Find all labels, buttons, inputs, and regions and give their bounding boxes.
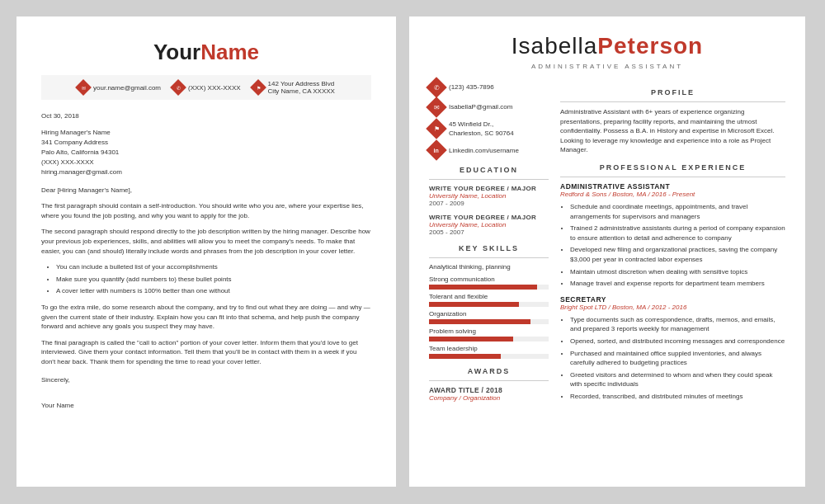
- job-bullet-2-1: Opened, sorted, and distributed incoming…: [570, 337, 785, 346]
- skill-label-1: Tolerant and flexible: [429, 293, 549, 300]
- job-bullet-2-0: Type documents such as correspondence, d…: [570, 315, 785, 334]
- skill-bar-strong-comm: Strong communication: [429, 276, 549, 290]
- email-diamond-icon: ✉: [426, 97, 446, 117]
- skill-bar-team: Team leadership: [429, 345, 549, 359]
- skill-bar-4: [429, 354, 549, 359]
- job-title-1: ADMINISTRATIVE ASSISTANT: [560, 182, 785, 191]
- cover-address: Hiring Manager's Name 341 Company Addres…: [41, 128, 371, 177]
- job-entry-1: ADMINISTRATIVE ASSISTANT Redford & Sons …: [560, 182, 785, 289]
- cover-contact-email: ✉ your.name@gmail.com: [78, 82, 161, 93]
- resume-right-col: PROFILE Administrative Assistant with 6+…: [560, 80, 785, 407]
- location-icon: ⚑: [250, 79, 266, 96]
- cover-letter-title: YourName: [41, 40, 371, 65]
- resume-main: ✆ (123) 435-7896 ✉ IsabellaP@gmail.com ⚑…: [429, 80, 785, 407]
- phone-icon: ✆: [170, 79, 186, 96]
- cover-body: Oct 30, 2018 Hiring Manager's Name 341 C…: [41, 111, 371, 410]
- skill-bar-3: [429, 337, 549, 341]
- skill-fill-1: [429, 302, 519, 307]
- skill-label-3: Problem solving: [429, 327, 549, 335]
- resume-contact-email: ✉ IsabellaP@gmail.com: [429, 100, 549, 115]
- job-bullet-2-4: Recorded, transcribed, and distributed m…: [570, 392, 785, 402]
- education-section-title: EDUCATION: [429, 166, 549, 174]
- cover-contact-address: ⚑ 142 Your Address BlvdCity Name, CA XXX…: [252, 80, 335, 95]
- cover-salutation: Dear [Hiring Manager's Name],: [41, 186, 371, 195]
- edu-school-1: University Name, Location: [429, 192, 549, 200]
- cover-para-2: The second paragraph should respond dire…: [41, 227, 371, 256]
- cover-para-4: The final paragraph is called the "call …: [41, 338, 371, 367]
- edu-degree-1: WRITE YOUR DEGREE / MAJOR: [429, 185, 549, 192]
- award-org-1: Company / Organization: [429, 394, 549, 402]
- skill-fill-0: [429, 285, 537, 290]
- cover-closing: Sincerely, Your Name: [41, 375, 371, 411]
- job-company-1: Redford & Sons / Boston, MA / 2016 - Pre…: [560, 191, 785, 198]
- envelope-icon: ✉: [75, 79, 92, 96]
- resume-job-title: ADMINISTRATIVE ASSISTANT: [429, 63, 785, 70]
- job-bullets-2: Type documents such as correspondence, d…: [570, 315, 785, 402]
- skill-fill-4: [429, 354, 501, 359]
- job-bullet-1-2: Developed new filing and organizational …: [570, 245, 785, 264]
- resume-left-col: ✆ (123) 435-7896 ✉ IsabellaP@gmail.com ⚑…: [429, 80, 549, 407]
- skill-bar-0: [429, 285, 549, 290]
- cover-bullets: You can include a bulleted list of your …: [56, 262, 371, 296]
- cover-last-name: Name: [200, 40, 259, 64]
- skills-text: Analytical thinking, planning: [429, 263, 549, 271]
- resume-contact-info: ✆ (123) 435-7896 ✉ IsabellaP@gmail.com ⚑…: [429, 80, 549, 158]
- cover-signature: Your Name: [41, 401, 371, 411]
- cover-contact-bar: ✉ your.name@gmail.com ✆ (XXX) XXX-XXXX ⚑…: [41, 75, 371, 100]
- experience-divider: [560, 177, 785, 177]
- resume-contact-address: ⚑ 45 Winfield Dr.,Charleston, SC 90764: [429, 120, 549, 138]
- skill-fill-2: [429, 319, 530, 324]
- cover-first-name: Your: [153, 40, 200, 64]
- cover-para-1: The first paragraph should contain a sel…: [41, 201, 371, 220]
- cover-para-3: To go the extra mile, do some research a…: [41, 303, 371, 332]
- profile-text: Administrative Assistant with 6+ years o…: [560, 107, 785, 155]
- job-bullets-1: Schedule and coordinate meetings, appoin…: [570, 202, 785, 289]
- skill-label-2: Organization: [429, 310, 549, 318]
- education-divider: [429, 179, 549, 180]
- edu-school-2: University Name, Location: [429, 221, 549, 228]
- job-bullet-2-3: Greeted visitors and determined to whom …: [570, 370, 785, 389]
- phone-diamond-icon: ✆: [426, 77, 446, 97]
- edu-year-2: 2005 - 2007: [429, 228, 549, 236]
- job-bullet-1-3: Maintain utmost discretion when dealing …: [570, 267, 785, 277]
- cover-contact-phone: ✆ (XXX) XXX-XXXX: [172, 82, 241, 93]
- edu-entry-1: WRITE YOUR DEGREE / MAJOR University Nam…: [429, 185, 549, 207]
- job-entry-2: SECRETARY Bright Spot LTD / Boston, MA /…: [560, 295, 785, 402]
- skill-bar-2: [429, 319, 549, 324]
- profile-divider: [560, 101, 785, 102]
- skill-bar-problem: Problem solving: [429, 327, 549, 341]
- award-entry-1: AWARD TITLE / 2018 Company / Organizatio…: [429, 386, 549, 402]
- resume-page: IsabellaPeterson ADMINISTRATIVE ASSISTAN…: [409, 16, 805, 487]
- resume-contact-linkedin: in Linkedin.com/username: [429, 143, 549, 158]
- skill-bar-1: [429, 302, 549, 307]
- awards-section-title: AWARDS: [429, 367, 549, 375]
- experience-section-title: PROFESSIONAL EXPERIENCE: [560, 163, 785, 172]
- resume-contact-phone: ✆ (123) 435-7896: [429, 80, 549, 95]
- cover-letter-page: YourName ✉ your.name@gmail.com ✆ (XXX) X…: [16, 16, 396, 487]
- job-bullet-1-0: Schedule and coordinate meetings, appoin…: [570, 202, 785, 221]
- address-diamond-icon: ⚑: [426, 118, 446, 139]
- edu-degree-2: WRITE YOUR DEGREE / MAJOR: [429, 214, 549, 221]
- resume-last-name: Peterson: [597, 33, 703, 59]
- skill-label-4: Team leadership: [429, 345, 549, 352]
- profile-section-title: PROFILE: [560, 88, 785, 97]
- cover-bullet-1: You can include a bulleted list of your …: [56, 262, 371, 272]
- resume-first-name: Isabella: [512, 33, 598, 59]
- job-title-2: SECRETARY: [560, 295, 785, 304]
- skills-section-title: KEY SKILLS: [429, 244, 549, 252]
- skill-fill-3: [429, 337, 513, 341]
- job-bullet-2-2: Purchased and maintained office suppled …: [570, 349, 785, 368]
- awards-divider: [429, 380, 549, 381]
- cover-bullet-2: Make sure you quantify (add numbers to) …: [56, 275, 371, 285]
- edu-year-1: 2007 - 2009: [429, 200, 549, 207]
- resume-name: IsabellaPeterson: [429, 33, 785, 59]
- edu-entry-2: WRITE YOUR DEGREE / MAJOR University Nam…: [429, 214, 549, 236]
- job-bullet-1-4: Manage travel and expense reports for de…: [570, 279, 785, 289]
- skills-divider: [429, 257, 549, 258]
- job-company-2: Bright Spot LTD / Boston, MA / 2012 - 20…: [560, 304, 785, 311]
- job-bullet-1-1: Trained 2 administrative assistants duri…: [570, 224, 785, 243]
- skill-label-0: Strong communication: [429, 276, 549, 283]
- linkedin-diamond-icon: in: [426, 140, 446, 161]
- pages-container: YourName ✉ your.name@gmail.com ✆ (XXX) X…: [16, 16, 808, 487]
- skill-bar-organization: Organization: [429, 310, 549, 324]
